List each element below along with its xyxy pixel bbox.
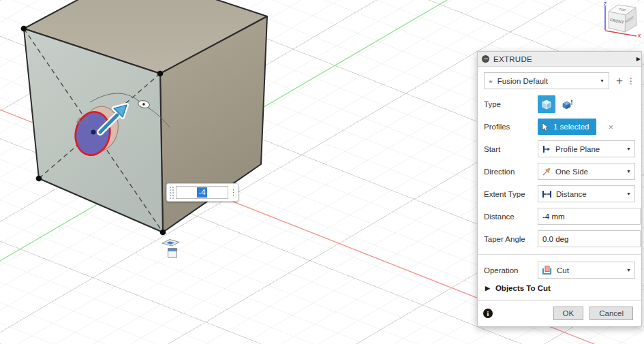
cancel-button[interactable]: Cancel xyxy=(589,307,633,320)
direction-label: Direction xyxy=(484,168,538,176)
distance-label: Distance xyxy=(484,213,538,221)
preset-star-icon: * xyxy=(489,80,493,87)
cursor-icon xyxy=(542,123,549,131)
dialog-header[interactable]: EXTRUDE ▶ xyxy=(478,52,641,67)
profiles-label: Profiles xyxy=(484,123,538,131)
ok-button[interactable]: OK xyxy=(553,307,584,320)
clear-selection-icon[interactable]: × xyxy=(608,122,613,132)
chevron-down-icon: ▼ xyxy=(600,78,604,83)
dialog-title: EXTRUDE xyxy=(493,55,532,63)
selected-value-text[interactable]: -4 xyxy=(197,187,206,198)
objects-to-cut-label: Objects To Cut xyxy=(495,284,551,292)
distance-input[interactable] xyxy=(538,208,641,225)
direction-value: One Side xyxy=(555,168,588,176)
extrude-dialog: EXTRUDE ▶ * Fusion Default ▼ + ⋮ Type xyxy=(477,51,642,327)
profiles-count: 1 selected xyxy=(553,123,589,131)
sketch-plane-icon xyxy=(162,240,179,247)
operation-label: Operation xyxy=(484,266,538,275)
sketch-point[interactable] xyxy=(157,71,164,77)
extent-type-label: Extent Type xyxy=(484,190,538,198)
sketch-point[interactable] xyxy=(21,26,27,32)
section-expand-triangle-icon: ▶ xyxy=(485,285,490,292)
profile-plane-icon xyxy=(542,144,551,154)
profiles-selected-chip[interactable]: 1 selected xyxy=(538,119,596,135)
sketch-point[interactable] xyxy=(36,176,42,182)
preset-value: Fusion Default xyxy=(497,77,548,85)
thin-extrude-icon xyxy=(562,98,574,110)
dimension-label: 4.0 xyxy=(76,116,89,126)
inline-options-kebab-icon[interactable]: ⋮ xyxy=(229,188,238,197)
preset-options-kebab-icon[interactable]: ⋮ xyxy=(627,76,635,86)
start-value: Profile Plane xyxy=(555,145,600,153)
distance-extent-icon xyxy=(542,189,552,199)
type-thin-extrude-button[interactable] xyxy=(559,95,577,113)
cut-operation-icon xyxy=(542,265,553,275)
extrude-solid-icon xyxy=(540,98,553,110)
sketch-point[interactable] xyxy=(160,230,166,236)
viewcube-z-label: Z xyxy=(604,1,607,6)
solid-body-icon xyxy=(168,249,177,258)
start-label: Start xyxy=(484,145,538,153)
drag-grip-icon[interactable] xyxy=(169,186,174,199)
expand-arrow-icon[interactable]: ▶ xyxy=(637,56,641,62)
viewcube-x-label: X xyxy=(638,33,641,38)
one-side-icon xyxy=(542,167,551,176)
direction-dropdown[interactable]: One Side ▼ xyxy=(538,163,635,180)
operation-value: Cut xyxy=(557,266,569,275)
start-dropdown[interactable]: Profile Plane ▼ xyxy=(538,140,635,157)
type-label: Type xyxy=(484,100,538,108)
distance-inline-field[interactable]: -4 xyxy=(176,186,228,199)
profile-center-point[interactable] xyxy=(91,129,95,134)
operation-dropdown[interactable]: Cut ▼ xyxy=(538,262,635,279)
chevron-down-icon: ▼ xyxy=(626,191,631,196)
preset-dropdown[interactable]: * Fusion Default ▼ xyxy=(484,72,609,89)
taper-angle-input[interactable] xyxy=(538,230,641,247)
canvas-value-input[interactable]: -4 ⋮ xyxy=(166,183,239,202)
add-preset-button[interactable]: + xyxy=(613,74,626,88)
collapse-icon[interactable] xyxy=(482,55,489,63)
extent-type-dropdown[interactable]: Distance ▼ xyxy=(538,185,635,202)
type-extrude-button[interactable] xyxy=(538,95,555,113)
objects-to-cut-section[interactable]: ▶ Objects To Cut xyxy=(485,284,635,292)
info-icon[interactable]: i xyxy=(483,309,493,318)
divider xyxy=(478,254,641,255)
viewcube[interactable]: TOP FRONT RIGHT Z X xyxy=(594,1,643,43)
chevron-down-icon: ▼ xyxy=(626,146,631,151)
taper-angle-label: Taper Angle xyxy=(484,235,538,243)
extent-type-value: Distance xyxy=(556,190,587,198)
chevron-down-icon: ▼ xyxy=(626,268,631,272)
chevron-down-icon: ▼ xyxy=(626,169,631,174)
viewcube-x-axis xyxy=(605,31,637,36)
